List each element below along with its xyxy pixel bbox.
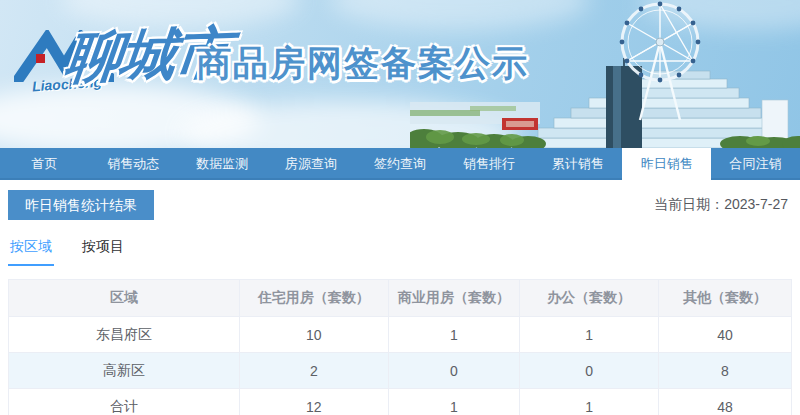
column-header-commercial: 商业用房（套数） — [388, 280, 520, 317]
cell-residential: 12 — [239, 389, 388, 415]
sales-table: 区域 住宅用房（套数） 商业用房（套数） 办公（套数） 其他（套数） 东昌府区 … — [8, 279, 792, 415]
cell-region: 东昌府区 — [9, 317, 240, 353]
current-date: 当前日期：2023-7-27 — [654, 196, 792, 214]
cloud-decoration — [640, 0, 800, 30]
cell-commercial: 1 — [388, 389, 520, 415]
cell-region: 高新区 — [9, 353, 240, 389]
nav-item-home[interactable]: 首页 — [0, 148, 89, 180]
cell-residential: 10 — [239, 317, 388, 353]
nav-item-contract-query[interactable]: 签约查询 — [356, 148, 445, 180]
cell-other: 48 — [658, 389, 791, 415]
view-tabs: 按区域 按项目 — [8, 234, 792, 266]
nav-item-sales-ranking[interactable]: 销售排行 — [444, 148, 533, 180]
content-header: 昨日销售统计结果 当前日期：2023-7-27 — [8, 190, 792, 220]
tab-by-project[interactable]: 按项目 — [80, 234, 126, 266]
site-title: 商品房网签备案公示 — [196, 40, 529, 87]
nav-item-yesterday-sales[interactable]: 昨日销售 — [622, 148, 711, 180]
nav-item-contract-cancellation[interactable]: 合同注销 — [711, 148, 800, 180]
nav-item-cumulative-sales[interactable]: 累计销售 — [533, 148, 622, 180]
page: Liaocheng 聊城市 商品房网签备案公示 首页 销售动态 数据监测 房源查… — [0, 0, 800, 415]
table-row: 高新区 2 0 0 8 — [9, 353, 792, 389]
cell-office: 0 — [520, 353, 659, 389]
cell-office: 1 — [520, 389, 659, 415]
cell-office: 1 — [520, 317, 659, 353]
cell-other: 8 — [658, 353, 791, 389]
table-header-row: 区域 住宅用房（套数） 商业用房（套数） 办公（套数） 其他（套数） — [9, 280, 792, 317]
table-row: 东昌府区 10 1 1 40 — [9, 317, 792, 353]
column-header-other: 其他（套数） — [658, 280, 791, 317]
cell-commercial: 0 — [388, 353, 520, 389]
nav-item-sales-dynamics[interactable]: 销售动态 — [89, 148, 178, 180]
nav-item-data-monitoring[interactable]: 数据监测 — [178, 148, 267, 180]
column-header-region: 区域 — [9, 280, 240, 317]
table-row-total: 合计 12 1 1 48 — [9, 389, 792, 415]
nav-item-listing-query[interactable]: 房源查询 — [267, 148, 356, 180]
tab-by-region[interactable]: 按区域 — [8, 234, 54, 266]
section-title-badge: 昨日销售统计结果 — [8, 190, 154, 220]
cell-other: 40 — [658, 317, 791, 353]
cell-region: 合计 — [9, 389, 240, 415]
main-nav: 首页 销售动态 数据监测 房源查询 签约查询 销售排行 累计销售 昨日销售 合同… — [0, 148, 800, 180]
column-header-residential: 住宅用房（套数） — [239, 280, 388, 317]
column-header-office: 办公（套数） — [520, 280, 659, 317]
site-header: Liaocheng 聊城市 商品房网签备案公示 — [0, 0, 800, 148]
cell-residential: 2 — [239, 353, 388, 389]
cloud-decoration — [330, 0, 590, 30]
cell-commercial: 1 — [388, 317, 520, 353]
content: 昨日销售统计结果 当前日期：2023-7-27 按区域 按项目 区域 住宅用房（… — [0, 190, 800, 415]
